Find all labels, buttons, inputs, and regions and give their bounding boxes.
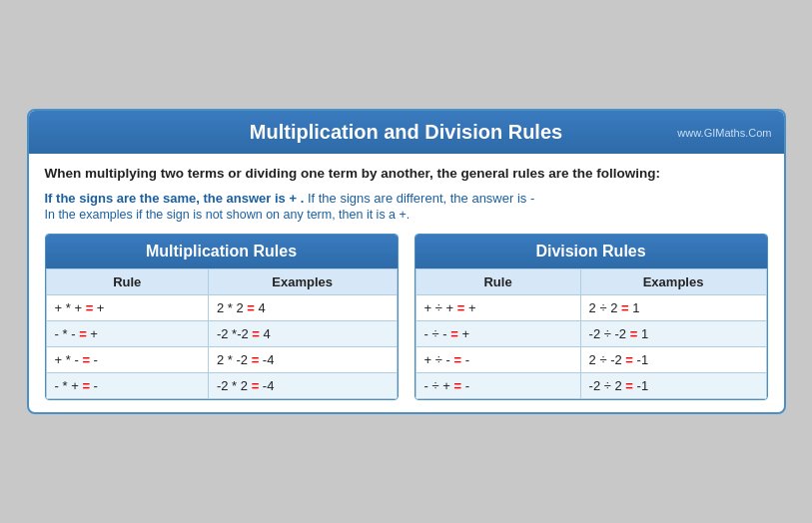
example-cell: 2 ÷ -2 = -1	[580, 347, 766, 373]
mult-col-rule: Rule	[46, 269, 208, 295]
table-row: - ÷ - = +-2 ÷ -2 = 1	[415, 321, 766, 347]
card-body: When multiplying two terms or dividing o…	[29, 154, 784, 412]
table-row: + ÷ + = +2 ÷ 2 = 1	[415, 295, 766, 321]
rules-line2: If the signs are the same, the answer is…	[45, 191, 768, 206]
example-cell: -2 ÷ 2 = -1	[580, 373, 766, 399]
division-header: Division Rules	[415, 235, 767, 268]
rule-cell: + * - = -	[46, 347, 208, 373]
table-row: - * - = +-2 *-2 = 4	[46, 321, 397, 347]
multiplication-table: Rule Examples + * + = +2 * 2 = 4- * - = …	[46, 268, 398, 399]
card-header: Multiplication and Division Rules www.GI…	[29, 111, 784, 154]
example-cell: 2 * 2 = 4	[208, 295, 397, 321]
same-sign-rule: If the signs are the same, the answer is…	[45, 191, 305, 206]
mult-col-examples: Examples	[208, 269, 397, 295]
rule-cell: - ÷ + = -	[415, 373, 580, 399]
div-col-rule: Rule	[415, 269, 580, 295]
different-sign-rule: If the signs are different, the answer i…	[308, 191, 534, 206]
table-row: - ÷ + = --2 ÷ 2 = -1	[415, 373, 766, 399]
rule-cell: - * + = -	[46, 373, 208, 399]
example-cell: 2 ÷ 2 = 1	[580, 295, 766, 321]
rule-cell: + ÷ - = -	[415, 347, 580, 373]
note-line3: In the examples if the sign is not shown…	[45, 208, 768, 222]
rule-cell: - * - = +	[46, 321, 208, 347]
multiplication-section: Multiplication Rules Rule Examples + * +…	[45, 234, 399, 400]
example-cell: -2 *-2 = 4	[208, 321, 397, 347]
table-row: + * - = -2 * -2 = -4	[46, 347, 397, 373]
tables-row: Multiplication Rules Rule Examples + * +…	[45, 234, 768, 400]
website-label: www.GIMaths.Com	[677, 127, 771, 139]
div-col-examples: Examples	[580, 269, 766, 295]
main-card: Multiplication and Division Rules www.GI…	[27, 109, 786, 414]
division-table: Rule Examples + ÷ + = +2 ÷ 2 = 1- ÷ - = …	[415, 268, 767, 399]
rule-cell: + * + = +	[46, 295, 208, 321]
card-title: Multiplication and Division Rules	[250, 121, 562, 143]
division-section: Division Rules Rule Examples + ÷ + = +2 …	[414, 234, 768, 400]
rule-cell: + ÷ + = +	[415, 295, 580, 321]
example-cell: -2 * 2 = -4	[208, 373, 397, 399]
rule-cell: - ÷ - = +	[415, 321, 580, 347]
multiplication-header: Multiplication Rules	[46, 235, 398, 268]
intro-line1: When multiplying two terms or dividing o…	[45, 166, 768, 181]
example-cell: 2 * -2 = -4	[208, 347, 397, 373]
example-cell: -2 ÷ -2 = 1	[580, 321, 766, 347]
table-row: + * + = +2 * 2 = 4	[46, 295, 397, 321]
table-row: + ÷ - = -2 ÷ -2 = -1	[415, 347, 766, 373]
table-row: - * + = --2 * 2 = -4	[46, 373, 397, 399]
